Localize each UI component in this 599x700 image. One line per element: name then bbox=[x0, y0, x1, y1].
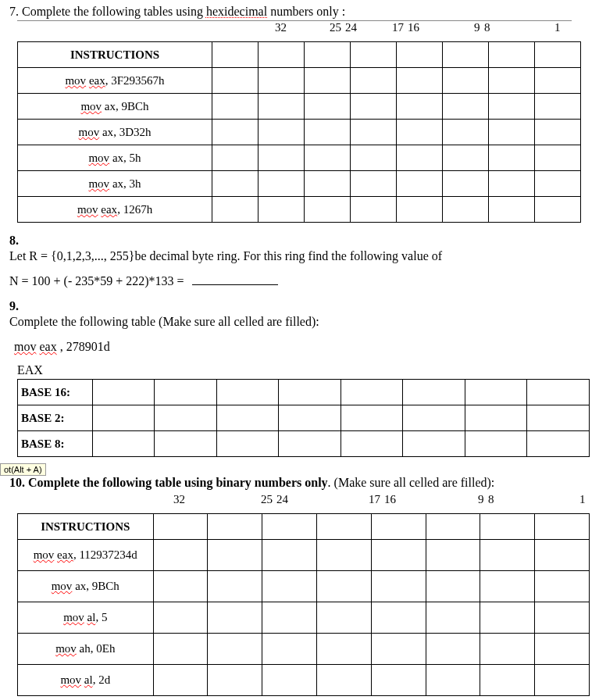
q7-prefix: 7. Complete the following tables using bbox=[9, 5, 206, 18]
ruler-9: 9 bbox=[478, 493, 484, 506]
q8-line2: N = 100 + (- 235*59 + 222)*133 = bbox=[9, 274, 590, 288]
reg: ah bbox=[80, 642, 91, 655]
col bbox=[535, 42, 581, 68]
ruler-25: 25 bbox=[261, 493, 273, 506]
table-row: mov al, 2d bbox=[18, 665, 590, 696]
mnemonic: mov bbox=[14, 340, 36, 353]
reg: ax bbox=[112, 177, 123, 190]
col bbox=[258, 42, 305, 68]
col bbox=[535, 514, 590, 540]
q8-line1: Let R = {0,1,2,3,..., 255}be decimal byt… bbox=[9, 249, 590, 263]
ruler-9: 9 bbox=[474, 21, 480, 34]
mnemonic: mov bbox=[65, 74, 86, 87]
q10-prefix: 10. Complete the following table using bbox=[9, 476, 216, 489]
ruler-1: 1 bbox=[579, 493, 586, 506]
operand: , 1267h bbox=[117, 203, 152, 216]
operand: , 2d bbox=[93, 673, 111, 686]
table-row: mov al, 5 bbox=[18, 602, 590, 634]
q10-bit-ruler: 32 25 24 17 16 9 8 1 bbox=[17, 493, 587, 509]
operand: , 3h bbox=[123, 177, 141, 190]
base-label: BASE 16: bbox=[18, 380, 93, 405]
operand: , 3D32h bbox=[113, 126, 151, 138]
operand: , 3F293567h bbox=[105, 74, 165, 87]
ruler-32: 32 bbox=[173, 493, 185, 506]
q10-prompt: 10. Complete the following table using b… bbox=[9, 476, 590, 490]
table-row: BASE 2: bbox=[18, 405, 590, 431]
table-header-row: INSTRUCTIONS bbox=[18, 514, 590, 540]
q9-table: BASE 16: BASE 2: BASE 8: bbox=[17, 379, 590, 457]
reg: ax bbox=[112, 152, 123, 164]
operand: , 278901d bbox=[57, 340, 110, 353]
q7-prompt: 7. Complete the following tables using h… bbox=[9, 5, 590, 19]
operand: , 5 bbox=[95, 611, 107, 623]
table-row: BASE 8: bbox=[18, 431, 590, 457]
ruler-16: 16 bbox=[384, 493, 396, 506]
ruler-24: 24 bbox=[345, 21, 357, 34]
table-row: mov ax, 5h bbox=[18, 145, 581, 171]
q7-suffix: numbers only : bbox=[267, 5, 345, 18]
operand: , 112937234d bbox=[73, 548, 137, 561]
reg: eax bbox=[89, 74, 105, 87]
reg: eax bbox=[39, 340, 56, 353]
col bbox=[153, 514, 208, 540]
col bbox=[426, 514, 480, 540]
mnemonic: mov bbox=[88, 152, 109, 164]
screen-tip: ot(Alt + A) bbox=[0, 463, 46, 476]
answer-blank[interactable] bbox=[192, 284, 278, 285]
q10-bold: binary numbers only bbox=[216, 476, 327, 489]
q9-line1: Complete the following table (Make sure … bbox=[9, 315, 590, 329]
mnemonic: mov bbox=[60, 673, 81, 686]
mnemonic: mov bbox=[63, 611, 84, 623]
ruler-32: 32 bbox=[275, 21, 287, 34]
col bbox=[371, 514, 426, 540]
table-header-row: INSTRUCTIONS bbox=[18, 42, 581, 68]
reg: eax bbox=[101, 203, 117, 216]
ruler-8: 8 bbox=[488, 493, 494, 506]
table-row: mov ax, 3D32h bbox=[18, 120, 581, 145]
instructions-header: INSTRUCTIONS bbox=[18, 42, 212, 68]
table-row: mov eax, 112937234d bbox=[18, 540, 590, 571]
reg: ax bbox=[75, 580, 86, 592]
mnemonic: mov bbox=[79, 126, 100, 138]
col bbox=[212, 42, 258, 68]
ruler-16: 16 bbox=[408, 21, 419, 34]
q9-instruction: mov eax , 278901d bbox=[14, 340, 590, 354]
table-row: mov eax, 1267h bbox=[18, 197, 581, 223]
col bbox=[208, 514, 262, 540]
mnemonic: mov bbox=[55, 642, 77, 655]
ruler-8: 8 bbox=[484, 21, 490, 34]
mnemonic: mov bbox=[34, 548, 55, 561]
q7-bit-ruler: 32 25 24 17 16 9 8 1 bbox=[17, 20, 572, 37]
q9-register-label: EAX bbox=[17, 363, 590, 377]
reg: al bbox=[84, 673, 93, 686]
q7-underlined-word: hexidecimal bbox=[206, 5, 267, 18]
instructions-header: INSTRUCTIONS bbox=[18, 514, 154, 540]
col bbox=[397, 42, 443, 68]
q10-table: INSTRUCTIONS mov eax, 112937234d mov ax,… bbox=[17, 513, 590, 696]
operand: , 0Eh bbox=[91, 642, 116, 655]
operand: , 5h bbox=[123, 152, 141, 164]
base-label: BASE 8: bbox=[18, 431, 93, 457]
q7-table: INSTRUCTIONS mov eax, 3F293567h mov ax, … bbox=[17, 41, 581, 223]
reg: eax bbox=[57, 548, 73, 561]
ruler-24: 24 bbox=[276, 493, 288, 506]
col bbox=[489, 42, 535, 68]
operand: , 9BCh bbox=[116, 100, 149, 112]
q8-expression: N = 100 + (- 235*59 + 222)*133 = bbox=[9, 274, 184, 288]
col bbox=[480, 514, 535, 540]
col bbox=[443, 42, 489, 68]
table-row: mov ax, 3h bbox=[18, 171, 581, 197]
col bbox=[262, 514, 317, 540]
operand: , 9BCh bbox=[86, 580, 119, 592]
table-row: mov ax, 9BCh bbox=[18, 94, 581, 120]
ruler-17: 17 bbox=[392, 21, 404, 34]
col bbox=[305, 42, 351, 68]
mnemonic: mov bbox=[80, 100, 102, 112]
reg: ax bbox=[102, 126, 113, 138]
mnemonic: mov bbox=[88, 177, 109, 190]
q10-suffix: . (Make sure all celled are filled): bbox=[328, 476, 495, 489]
mnemonic: mov bbox=[77, 203, 98, 216]
mnemonic: mov bbox=[52, 580, 73, 592]
reg: al bbox=[87, 611, 96, 623]
table-row: mov ah, 0Eh bbox=[18, 634, 590, 665]
